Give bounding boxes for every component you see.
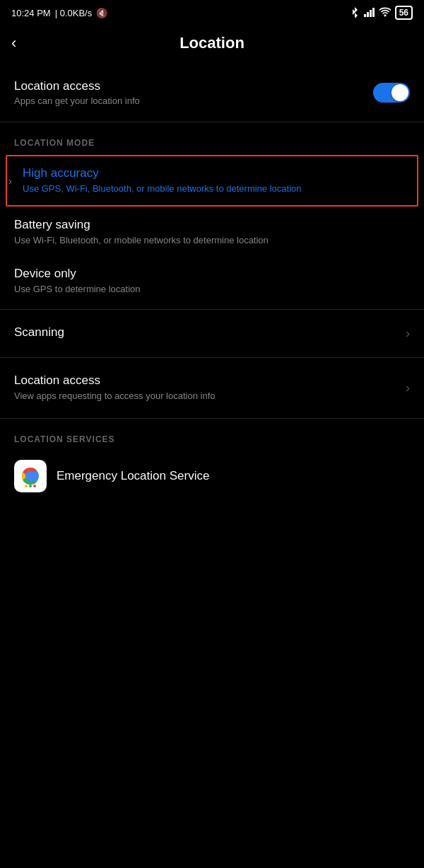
divider-1 — [0, 122, 424, 122]
signal-icon — [364, 7, 375, 19]
network-speed: | 0.0KB/s — [55, 8, 93, 18]
mode-high-accuracy-title: High accuracy — [16, 166, 408, 180]
location-access-toggle[interactable] — [373, 83, 410, 103]
location-access-section: Location access Apps can get your locati… — [0, 66, 424, 119]
wifi-icon — [379, 7, 391, 19]
location-access-text: Location access Apps can get your locati… — [14, 79, 140, 106]
divider-2 — [0, 309, 424, 310]
location-services-section: LOCATION SERVICES Emergency Location Ser… — [0, 422, 424, 502]
chevron-left-icon: › — [8, 175, 12, 187]
battery-display: 56 — [395, 6, 413, 20]
mode-device-only-desc: Use GPS to determine location — [14, 283, 410, 296]
mode-device-only[interactable]: Device only Use GPS to determine locatio… — [0, 257, 424, 306]
page-header: ‹ Location — [0, 23, 424, 66]
mode-battery-saving-title: Battery saving — [14, 218, 410, 232]
location-services-label: LOCATION SERVICES — [0, 422, 424, 450]
location-access-chevron-icon: › — [406, 381, 410, 395]
page-title: Location — [179, 34, 245, 52]
mode-battery-saving-desc: Use Wi-Fi, Bluetooth, or mobile networks… — [14, 234, 410, 247]
mode-battery-saving[interactable]: Battery saving Use Wi-Fi, Bluetooth, or … — [0, 208, 424, 257]
scanning-menu-item[interactable]: Scanning › — [0, 313, 424, 354]
status-left: 10:24 PM | 0.0KB/s 🔇 — [11, 8, 107, 18]
svg-point-5 — [25, 485, 28, 487]
svg-rect-2 — [370, 10, 372, 17]
svg-point-7 — [33, 485, 36, 487]
location-access-menu-text: Location access View apps requesting to … — [14, 374, 215, 403]
location-access-row[interactable]: Location access Apps can get your locati… — [0, 66, 424, 119]
divider-3 — [0, 357, 424, 358]
bluetooth-icon — [350, 6, 360, 20]
status-bar: 10:24 PM | 0.0KB/s 🔇 56 — [0, 0, 424, 23]
time-display: 10:24 PM — [11, 8, 51, 18]
mode-high-accuracy-desc: Use GPS, Wi-Fi, Bluetooth, or mobile net… — [16, 183, 408, 195]
svg-point-6 — [29, 485, 32, 487]
location-access-sublabel: Apps can get your location info — [14, 96, 140, 106]
back-button[interactable]: ‹ — [11, 31, 22, 55]
emergency-location-item[interactable]: Emergency Location Service — [0, 450, 424, 502]
scanning-chevron-icon: › — [406, 326, 410, 341]
silent-icon: 🔇 — [96, 8, 107, 18]
mode-high-accuracy[interactable]: › High accuracy Use GPS, Wi-Fi, Bluetoot… — [6, 155, 418, 207]
scanning-text: Scanning — [14, 325, 64, 342]
mode-device-only-title: Device only — [14, 267, 410, 281]
divider-4 — [0, 418, 424, 419]
svg-rect-3 — [372, 8, 375, 17]
location-mode-label: LOCATION MODE — [0, 125, 424, 154]
scanning-label: Scanning — [14, 325, 64, 340]
emergency-location-label: Emergency Location Service — [57, 469, 209, 483]
svg-rect-0 — [364, 14, 366, 17]
google-service-icon — [14, 460, 47, 492]
status-right: 56 — [350, 6, 413, 20]
location-access-menu-sublabel: View apps requesting to access your loca… — [14, 390, 215, 403]
location-access-menu-label: Location access — [14, 374, 215, 388]
location-access-menu-item[interactable]: Location access View apps requesting to … — [0, 361, 424, 415]
location-access-label: Location access — [14, 79, 140, 93]
svg-rect-1 — [367, 12, 369, 17]
toggle-knob — [391, 84, 408, 101]
location-mode-section: LOCATION MODE › High accuracy Use GPS, W… — [0, 125, 424, 306]
